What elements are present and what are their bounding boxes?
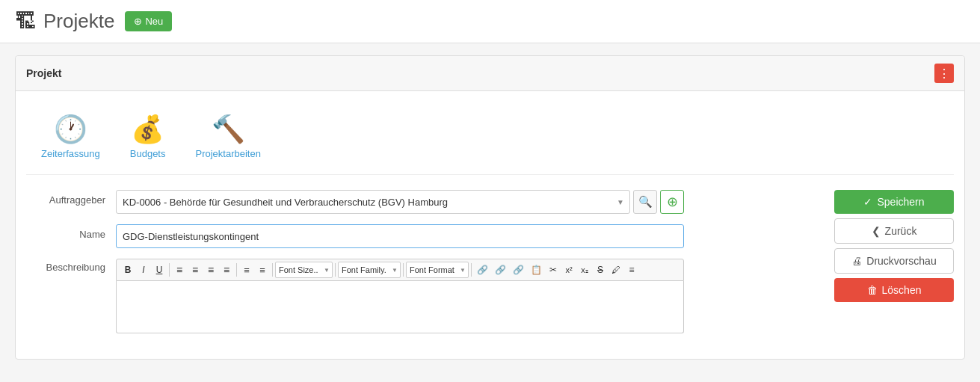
budgets-label: Budgets [130,148,166,159]
back-label: Zurück [885,225,917,237]
name-input[interactable] [116,224,684,248]
auftraggeber-label: Auftraggeber [26,190,116,206]
toolbar-align-right[interactable]: ≡ [203,262,218,278]
toolbar-sep-6 [471,263,472,277]
font-family-wrapper: Font Family. [338,262,401,278]
projektarbeiten-icon: 🔨 [212,114,245,145]
save-label: Speichern [877,196,924,208]
beschreibung-label: Beschreibung [26,259,116,273]
toolbar-align-justify[interactable]: ≡ [219,262,234,278]
form-main: Auftraggeber KD-0006 - Behörde für Gesun… [26,190,819,344]
toolbar-strikethrough[interactable]: S [593,262,608,278]
toolbar-link3[interactable]: 🔗 [510,262,527,278]
toolbar-sep-1 [169,263,170,277]
toolbar-list-ul[interactable]: ≡ [255,262,270,278]
save-icon: ✓ [863,196,872,208]
auftraggeber-select-wrapper: KD-0006 - Behörde für Gesundheit und Ver… [116,190,630,214]
budgets-icon: 💰 [131,114,164,145]
toolbar-link[interactable]: 🔗 [474,262,491,278]
projekte-icon: 🏗 [15,9,36,34]
delete-button[interactable]: 🗑 Löschen [834,278,954,302]
print-icon: 🖨 [851,255,862,267]
font-size-wrapper: Font Size.. [275,262,333,278]
beschreibung-editor[interactable] [116,281,684,333]
actions-panel: ✓ Speichern ❮ Zurück 🖨 Druckvorschau 🗑 L… [834,190,954,302]
auftraggeber-select[interactable]: KD-0006 - Behörde für Gesundheit und Ver… [116,190,630,214]
auftraggeber-search-button[interactable]: 🔍 [633,190,657,214]
name-row: Name [26,224,819,248]
toolbar-align-center[interactable]: ≡ [188,262,203,278]
font-family-select[interactable]: Font Family. [338,262,401,278]
print-label: Druckvorschau [866,255,936,267]
toolbar-cut[interactable]: ✂ [546,262,561,278]
main-content: Projekt ⋮ 🕐 Zeiterfassung 💰 Budgets 🔨 Pr… [0,43,980,372]
toolbar-sep-4 [335,263,336,277]
beschreibung-row: Beschreibung B I U ≡ ≡ ≡ ≡ [26,259,819,333]
toolbar-format[interactable]: 🖊 [608,262,623,278]
page-header: 🏗 Projekte ⊕ Neu [0,0,980,43]
print-button[interactable]: 🖨 Druckvorschau [834,248,954,274]
back-icon: ❮ [872,225,881,237]
name-label: Name [26,224,116,240]
toolbar-bold[interactable]: B [120,262,135,278]
auftraggeber-add-button[interactable]: ⊕ [660,190,684,214]
form-and-actions: Auftraggeber KD-0006 - Behörde für Gesun… [26,190,954,344]
font-size-select[interactable]: Font Size.. [275,262,333,278]
new-button-label: Neu [145,16,163,27]
editor-toolbar: B I U ≡ ≡ ≡ ≡ ≡ ≡ [116,259,684,281]
beschreibung-control: B I U ≡ ≡ ≡ ≡ ≡ ≡ [116,259,684,333]
nav-budgets[interactable]: 💰 Budgets [130,114,166,159]
new-button[interactable]: ⊕ Neu [125,11,172,31]
toolbar-superscript[interactable]: x² [561,262,576,278]
projektarbeiten-label: Projektarbeiten [195,148,260,159]
zeiterfassung-icon: 🕐 [54,114,87,145]
delete-icon: 🗑 [867,284,878,296]
card-menu-button[interactable]: ⋮ [934,64,954,83]
toolbar-sep-2 [236,263,237,277]
font-format-wrapper: Font Format [406,262,469,278]
toolbar-indent[interactable]: ≡ [624,262,639,278]
delete-label: Löschen [882,284,922,296]
back-button[interactable]: ❮ Zurück [834,218,954,244]
toolbar-list-ol[interactable]: ≡ [239,262,254,278]
toolbar-align-left[interactable]: ≡ [172,262,187,278]
zeiterfassung-label: Zeiterfassung [41,148,100,159]
auftraggeber-control: KD-0006 - Behörde für Gesundheit und Ver… [116,190,684,214]
toolbar-sep-3 [272,263,273,277]
card-header: Projekt ⋮ [16,56,964,91]
toolbar-subscript[interactable]: x₂ [577,262,592,278]
add-icon: ⊕ [667,194,678,210]
projekt-card: Projekt ⋮ 🕐 Zeiterfassung 💰 Budgets 🔨 Pr… [15,55,965,360]
plus-icon: ⊕ [134,16,142,27]
nav-zeiterfassung[interactable]: 🕐 Zeiterfassung [41,114,100,159]
toolbar-underline[interactable]: U [152,262,167,278]
save-button[interactable]: ✓ Speichern [834,190,954,214]
card-title: Projekt [26,67,61,79]
nav-icons: 🕐 Zeiterfassung 💰 Budgets 🔨 Projektarbei… [26,106,954,175]
toolbar-sep-5 [403,263,404,277]
page-title: Projekte [43,10,114,33]
card-body: 🕐 Zeiterfassung 💰 Budgets 🔨 Projektarbei… [16,91,964,359]
font-format-select[interactable]: Font Format [406,262,469,278]
toolbar-copy[interactable]: 📋 [528,262,545,278]
toolbar-link2[interactable]: 🔗 [492,262,509,278]
toolbar-italic[interactable]: I [136,262,151,278]
name-control [116,224,684,248]
auftraggeber-row: Auftraggeber KD-0006 - Behörde für Gesun… [26,190,819,214]
menu-dots-icon: ⋮ [938,67,950,81]
nav-projektarbeiten[interactable]: 🔨 Projektarbeiten [195,114,260,159]
search-icon: 🔍 [638,195,653,209]
